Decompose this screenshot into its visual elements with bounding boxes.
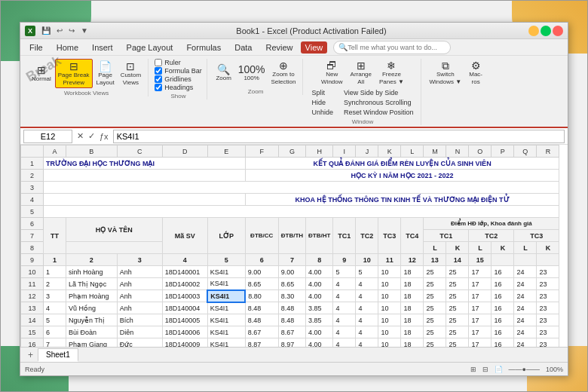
close-button[interactable]	[553, 26, 563, 36]
cell-R9[interactable]	[537, 254, 559, 266]
cell-K13[interactable]: 10	[378, 302, 401, 314]
cell-Q8[interactable]: L	[514, 242, 537, 254]
formula-bar-checkbox[interactable]: Formula Bar	[155, 67, 202, 75]
cell-I6[interactable]: TC1	[333, 218, 356, 254]
view-side-by-side-btn[interactable]: View Side by Side	[341, 88, 416, 97]
new-window-btn[interactable]: 🗗 NewWindow	[319, 59, 345, 87]
cell-A3[interactable]	[44, 182, 559, 194]
cell-O12[interactable]: 17	[469, 290, 492, 302]
cell-O10[interactable]: 17	[469, 266, 492, 278]
cell-B14[interactable]: Nguyễn Thị	[66, 314, 118, 326]
cell-B12[interactable]: Phạm Hoàng	[66, 290, 118, 302]
cell-G1[interactable]: KẾT QUẢ ĐÁNH GIÁ ĐIỂM RÈN LUYỆN CỦA SINH…	[245, 158, 559, 170]
cell-K10[interactable]: 10	[378, 266, 401, 278]
cell-F11[interactable]: 8.65	[245, 278, 278, 290]
cell-L11[interactable]: 18	[401, 278, 424, 290]
cell-I14[interactable]: 4	[333, 314, 356, 326]
cell-E12[interactable]: KS4I1	[207, 290, 245, 302]
col-header-A[interactable]: A	[44, 145, 66, 158]
cell-R14[interactable]: 23	[537, 314, 559, 326]
cell-C16[interactable]: Đức	[117, 338, 162, 347]
cell-R15[interactable]: 23	[537, 326, 559, 338]
col-header-O[interactable]: O	[469, 145, 492, 158]
view-layout-status[interactable]: ⊟	[482, 366, 488, 373]
cell-M6[interactable]: Điểm HĐ lớp, Khoa đánh giá	[424, 218, 559, 230]
arrange-all-btn[interactable]: ⊞ ArrangeAll	[348, 59, 374, 87]
zoom-selection-btn[interactable]: ⊕ Zoom toSelection	[269, 59, 299, 87]
ribbon-search-box[interactable]: 🔍	[333, 41, 451, 54]
cell-J11[interactable]: 4	[356, 278, 378, 290]
cell-I13[interactable]: 4	[333, 302, 356, 314]
cell-O16[interactable]: 17	[469, 338, 492, 347]
menu-home[interactable]: Home	[51, 41, 84, 54]
split-btn[interactable]: Split	[309, 88, 335, 97]
cell-B6[interactable]: HỌ VÀ TÊN	[66, 218, 163, 242]
zoom-btn[interactable]: 🔍 Zoom	[213, 63, 234, 84]
row-header-3[interactable]: 3	[21, 182, 44, 194]
cell-F9[interactable]: 6	[245, 254, 278, 266]
cell-O13[interactable]: 17	[469, 302, 492, 314]
cell-Q10[interactable]: 24	[514, 266, 537, 278]
row-header-14[interactable]: 14	[21, 314, 44, 326]
cell-J12[interactable]: 4	[356, 290, 378, 302]
cell-F16[interactable]: 8.87	[245, 338, 278, 347]
cell-K9[interactable]: 11	[378, 254, 401, 266]
row-header-7[interactable]: 7	[21, 230, 44, 242]
col-header-R[interactable]: R	[537, 145, 559, 158]
menu-page-layout[interactable]: Page Layout	[121, 41, 179, 54]
row-header-1[interactable]: 1	[21, 158, 44, 170]
unhide-btn[interactable]: Unhide	[309, 108, 335, 117]
cell-N11[interactable]: 25	[446, 278, 469, 290]
row-header-6[interactable]: 6	[21, 218, 44, 230]
cell-O7[interactable]: TC2	[469, 230, 514, 242]
cell-M15[interactable]: 25	[424, 326, 446, 338]
menu-review[interactable]: Review	[259, 41, 299, 54]
reset-position-btn[interactable]: Reset Window Position	[341, 108, 416, 117]
cell-N15[interactable]: 25	[446, 326, 469, 338]
cell-B16[interactable]: Phạm Giang	[66, 338, 118, 347]
cell-C10[interactable]: Anh	[117, 266, 162, 278]
formula-bar-check[interactable]	[155, 67, 162, 75]
cell-H9[interactable]: 8	[306, 254, 333, 266]
cell-G4[interactable]: KHOA HỆ THỐNG THÔNG TIN KINH TẾ VÀ THƯƠN…	[245, 194, 559, 206]
cell-A11[interactable]: 2	[44, 278, 66, 290]
redo-quick-btn[interactable]: ↪	[67, 26, 76, 35]
name-box[interactable]	[23, 130, 72, 143]
col-header-G[interactable]: G	[278, 145, 305, 158]
cell-N13[interactable]: 25	[446, 302, 469, 314]
sync-scrolling-btn[interactable]: Synchronous Scrolling	[341, 98, 416, 107]
cell-J15[interactable]: 4	[356, 326, 378, 338]
cell-R12[interactable]: 23	[537, 290, 559, 302]
minimize-button[interactable]	[528, 26, 539, 36]
cell-R13[interactable]: 23	[537, 302, 559, 314]
cell-J13[interactable]: 4	[356, 302, 378, 314]
cell-I16[interactable]: 4	[333, 338, 356, 347]
cell-M12[interactable]: 25	[424, 290, 446, 302]
col-header-I[interactable]: I	[333, 145, 356, 158]
cell-B10[interactable]: sinh Hoàng	[66, 266, 118, 278]
cell-N12[interactable]: 25	[446, 290, 469, 302]
cell-F14[interactable]: 8.48	[245, 314, 278, 326]
customize-quick-btn[interactable]: ▼	[79, 26, 90, 35]
cell-Q13[interactable]: 24	[514, 302, 537, 314]
cell-P8[interactable]: K	[492, 242, 514, 254]
cell-G6[interactable]: ĐTB/TH	[278, 218, 305, 254]
cell-M8[interactable]: L	[424, 242, 446, 254]
page-break-preview-btn[interactable]: ⊟ Page BreakPreview	[55, 59, 93, 88]
cell-H6[interactable]: ĐTB/HT	[306, 218, 333, 254]
cell-K14[interactable]: 10	[378, 314, 401, 326]
page-layout-btn[interactable]: 📄 PageLayout	[94, 60, 117, 87]
insert-function-icon[interactable]: ƒx	[98, 132, 110, 141]
cell-G12[interactable]: 8.30	[278, 290, 305, 302]
cell-L9[interactable]: 12	[401, 254, 424, 266]
view-normal-status[interactable]: ⊞	[470, 366, 476, 373]
cell-A15[interactable]: 6	[44, 326, 66, 338]
cell-M16[interactable]: 25	[424, 338, 446, 347]
cell-A2[interactable]	[44, 170, 246, 182]
cell-P15[interactable]: 16	[492, 326, 514, 338]
undo-quick-btn[interactable]: ↩	[55, 26, 64, 35]
cell-D13[interactable]: 18D140004	[162, 302, 207, 314]
row-header-11[interactable]: 11	[21, 278, 44, 290]
cell-L10[interactable]: 18	[401, 266, 424, 278]
cell-Q11[interactable]: 24	[514, 278, 537, 290]
